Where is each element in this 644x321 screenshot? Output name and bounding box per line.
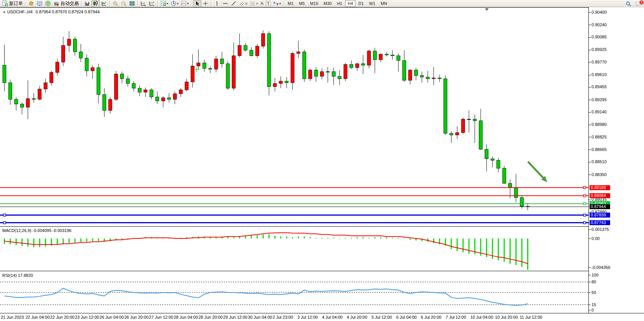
macd-histogram-bar xyxy=(39,238,40,247)
time-axis[interactable]: 21 Jun 202322 Jun 04:0022 Jun 20:0023 Ju… xyxy=(0,313,644,321)
fibonacci-button[interactable]: F xyxy=(249,0,259,7)
rsi-scale-label: 15 xyxy=(591,302,596,307)
macd-histogram-bar xyxy=(298,237,299,238)
separator xyxy=(137,1,138,6)
candle-body xyxy=(62,46,65,62)
periods-button[interactable]: ▾ xyxy=(169,0,180,7)
candle-body xyxy=(138,88,141,92)
new-order-button[interactable]: 新订单 xyxy=(1,0,24,7)
expander-icon[interactable]: ▼ xyxy=(3,11,6,14)
timeframe-H4[interactable]: H4 xyxy=(345,0,355,7)
timeframe-MN[interactable]: MN xyxy=(378,0,389,7)
candle-body xyxy=(485,149,488,159)
candlestick-chart-button[interactable] xyxy=(91,0,100,7)
chevron-down-icon: ▾ xyxy=(167,2,168,5)
candle-body xyxy=(3,65,6,83)
axis-tick xyxy=(589,62,591,62)
price-axis[interactable]: 0.904000.902400.900850.899250.897700.896… xyxy=(588,7,644,313)
rsi-scale-label: 100 xyxy=(591,273,598,277)
notifications-button[interactable]: 1 xyxy=(634,0,642,7)
text-button[interactable]: A xyxy=(259,0,265,7)
data-window-button[interactable] xyxy=(35,0,44,7)
line-handle[interactable] xyxy=(583,214,586,216)
macd-histogram-bar xyxy=(268,235,269,238)
line-handle[interactable] xyxy=(583,222,586,224)
bar-chart-button[interactable] xyxy=(83,0,91,7)
line-handle[interactable] xyxy=(3,214,6,216)
tile-windows-icon xyxy=(129,0,135,6)
line-handle[interactable] xyxy=(583,203,586,205)
timeframe-M1[interactable]: M1 xyxy=(285,0,296,7)
tile-windows-button[interactable] xyxy=(128,0,136,7)
autotrading-button[interactable]: 自动交易 xyxy=(52,0,80,7)
candle-body xyxy=(126,79,129,84)
macd-histogram-bar xyxy=(404,238,405,239)
signals-button[interactable] xyxy=(44,0,52,7)
zoom-in-icon xyxy=(112,0,118,6)
timeframe-H1[interactable]: H1 xyxy=(335,0,344,7)
macd-histogram-bar xyxy=(74,238,75,242)
candle-body xyxy=(115,74,118,100)
macd-signal-line xyxy=(5,233,528,264)
candle-body xyxy=(38,89,41,99)
templates-button[interactable]: ▾ xyxy=(180,0,190,7)
candle-body xyxy=(326,72,330,72)
line-chart-button[interactable] xyxy=(100,0,108,7)
rsi-panel[interactable] xyxy=(0,272,588,313)
line-handle[interactable] xyxy=(583,186,586,189)
timeframe-D1[interactable]: D1 xyxy=(356,0,366,7)
candle-body xyxy=(20,104,24,107)
price-tick-label: 0.89770 xyxy=(591,60,607,64)
line-chart-icon xyxy=(101,0,107,6)
candle-body xyxy=(179,90,183,94)
time-tick-label: 30 Jun 04:00 xyxy=(248,315,272,319)
new-order-icon xyxy=(2,0,8,6)
horizontal-line-icon xyxy=(222,0,228,6)
price-tick-label: 0.88825 xyxy=(591,135,607,139)
candle-body xyxy=(267,33,271,87)
vertical-line-button[interactable] xyxy=(213,0,221,7)
line-handle[interactable] xyxy=(583,195,586,197)
search-button[interactable] xyxy=(624,0,633,7)
macd-histogram-bar xyxy=(263,235,264,238)
indicators-button[interactable]: ▾ xyxy=(159,0,169,7)
autoscroll-button[interactable] xyxy=(139,0,148,7)
price-tick-label: 0.89925 xyxy=(591,47,607,52)
timeframe-W1[interactable]: W1 xyxy=(367,0,378,7)
timeframe-bar: M1M5M15M30H1H4D1W1MN xyxy=(285,0,390,7)
candle-body xyxy=(502,168,506,183)
axis-tick xyxy=(589,162,591,162)
macd-panel[interactable] xyxy=(0,227,588,272)
chart-shift-button[interactable] xyxy=(148,0,156,7)
candle-body xyxy=(191,66,194,82)
red-price-chip: 0.88084 xyxy=(590,193,610,198)
line-handle[interactable] xyxy=(3,222,6,224)
zoom-in-button[interactable] xyxy=(111,0,120,7)
rsi-line xyxy=(5,288,528,305)
macd-histogram-bar xyxy=(510,238,511,264)
timeframe-M15[interactable]: M15 xyxy=(308,0,320,7)
separator xyxy=(211,1,212,6)
axis-tick xyxy=(589,75,591,75)
timeframe-M30[interactable]: M30 xyxy=(321,0,334,7)
crosshair-button[interactable] xyxy=(201,0,210,7)
horizontal-line-button[interactable] xyxy=(221,0,230,7)
candle-body xyxy=(173,94,177,100)
timeframe-M5[interactable]: M5 xyxy=(296,0,307,7)
trendline-button[interactable] xyxy=(230,0,238,7)
candle-body xyxy=(238,46,241,56)
market-watch-button[interactable] xyxy=(27,0,35,7)
zoom-out-button[interactable] xyxy=(120,0,128,7)
time-tick-label: 10 Jul 04:00 xyxy=(470,315,493,319)
time-tick-label: 22 Jun 20:00 xyxy=(50,315,75,319)
cursor-button[interactable] xyxy=(193,0,201,7)
candle-body xyxy=(32,99,35,99)
candle-body xyxy=(285,81,289,83)
text-label-button[interactable]: T xyxy=(265,0,272,7)
equidistant-channel-button[interactable]: E xyxy=(238,0,249,7)
candle-body xyxy=(232,56,236,88)
annotation-arrow[interactable] xyxy=(528,162,545,180)
candle-body xyxy=(450,133,453,135)
main-chart-panel[interactable] xyxy=(0,7,588,226)
arrows-button[interactable]: ▾ xyxy=(272,0,282,7)
